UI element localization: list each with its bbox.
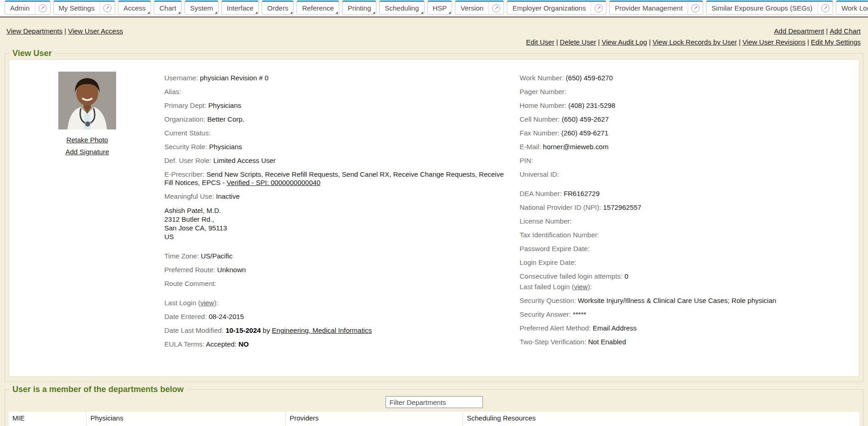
link-view-user-access[interactable]: View User Access	[68, 27, 123, 35]
tab-chart[interactable]: Chart	[154, 0, 182, 15]
external-link-icon[interactable]: ↗	[688, 2, 703, 14]
departments-table: MIEPhysiciansProvidersScheduling Resourc…	[9, 412, 859, 426]
inline-link[interactable]: Engineering, Medical Informatics	[272, 326, 372, 334]
field-row: DEA Number: FR6162729	[520, 190, 868, 198]
field-row: Route Comment:	[164, 280, 510, 288]
field-row: Two-Step Verification: Not Enabled	[520, 338, 868, 346]
user-fields-left-column: Username: physician Revision # 0Alias:Pr…	[164, 74, 510, 354]
filter-departments-input[interactable]	[386, 396, 483, 408]
tab-similar-exposure-groups-segs[interactable]: Similar Exposure Groups (SEGs)↗	[706, 0, 833, 15]
field-row: Date Last Modified: 10-15-2024 by Engine…	[164, 326, 510, 335]
separator: |	[62, 27, 68, 35]
dropdown-corner-icon	[421, 11, 423, 14]
field-label: Security Role:	[164, 143, 209, 151]
field-label: Pager Number:	[520, 88, 566, 95]
field-label: Primary Dept:	[164, 101, 208, 109]
field-value: (650) 459-6270	[566, 74, 613, 82]
field-row: Date Entered: 08-24-2015	[164, 313, 510, 321]
tab-version[interactable]: Version↗	[455, 0, 504, 15]
link-add-signature[interactable]: Add Signature	[57, 148, 118, 156]
tab-hsp[interactable]: HSP	[427, 0, 453, 15]
external-link-icon[interactable]: ↗	[100, 2, 115, 14]
field-row: Last Login (view):	[164, 299, 510, 307]
field-label: Security Answer:	[520, 310, 573, 318]
link-view-user-revisions[interactable]: View User Revisions	[742, 38, 805, 46]
inline-link[interactable]: view	[574, 283, 588, 291]
field-row: Universal ID:	[520, 170, 868, 179]
field-row: Security Question: Worksite Injury/Illne…	[520, 297, 868, 305]
field-label: Date Last Modified:	[164, 326, 225, 334]
tab-orders[interactable]: Orders	[262, 0, 294, 15]
tab-interface[interactable]: Interface	[221, 0, 259, 15]
view-user-page: Admin↗My Settings↗AccessChartSystemInter…	[0, 0, 868, 426]
field-label: Work Number:	[520, 74, 566, 82]
user-photo	[58, 72, 116, 129]
field-value: *****	[573, 310, 586, 318]
link-add-department[interactable]: Add Department	[774, 27, 824, 35]
field-label: Login Expire Date:	[520, 258, 576, 266]
field-label: E-Mail:	[520, 143, 543, 151]
right-links-row1: Add Department|Add Chart	[774, 27, 861, 35]
arrow-up-right-icon: ↗	[492, 4, 500, 12]
tab-printing[interactable]: Printing	[342, 0, 376, 15]
tab-system[interactable]: System	[185, 0, 218, 15]
field-value: FR6162729	[564, 190, 599, 197]
top-navigation-bar: Admin↗My Settings↗AccessChartSystemInter…	[0, 0, 868, 17]
tab-reference[interactable]: Reference	[297, 0, 339, 15]
tab-provider-management[interactable]: Provider Management↗	[609, 0, 703, 15]
link-edit-user[interactable]: Edit User	[526, 38, 554, 46]
field-row: Consecutive failed login attempts: 0	[520, 272, 868, 280]
field-value: (650) 459-2627	[562, 115, 609, 123]
tab-admin[interactable]: Admin↗	[5, 0, 50, 15]
field-value: Accepted:	[206, 340, 239, 348]
tab-label: Access	[118, 2, 151, 14]
field-row: Organization: Better Corp.	[164, 115, 510, 123]
inline-link[interactable]: view	[200, 299, 214, 307]
filter-wrap	[9, 396, 859, 408]
department-cell-providers: Providers	[286, 412, 463, 426]
tab-scheduling[interactable]: Scheduling	[379, 0, 424, 15]
field-row: Preferred Route: Unknown	[164, 266, 510, 274]
link-edit-my-settings[interactable]: Edit My Settings	[811, 38, 861, 46]
field-label: DEA Number:	[520, 190, 564, 197]
separator: |	[554, 38, 560, 46]
field-value: Unknown	[217, 266, 246, 274]
link-delete-user[interactable]: Delete User	[560, 38, 596, 46]
link-view-audit-log[interactable]: View Audit Log	[602, 38, 647, 46]
department-cell-scheduling-resources: Scheduling Resources	[463, 412, 859, 426]
department-cell-physicians: Physicians	[87, 412, 286, 426]
address-line: San Jose CA, 95113	[164, 224, 510, 232]
external-link-icon[interactable]: ↗	[488, 2, 504, 14]
field-value: NO	[238, 340, 249, 348]
field-row: Password Expire Date:	[520, 245, 868, 253]
field-label: Last Login (	[164, 299, 200, 307]
external-link-icon[interactable]: ↗	[818, 2, 833, 14]
field-row: Login Expire Date:	[520, 258, 868, 267]
external-link-icon[interactable]: ↗	[591, 2, 606, 14]
tab-employer-organizations[interactable]: Employer Organizations↗	[507, 0, 606, 15]
tab-label: Scheduling	[380, 2, 424, 14]
tab-my-settings[interactable]: My Settings↗	[53, 0, 115, 15]
tab-label: My Settings	[54, 2, 100, 14]
field-row: Preferred Alert Method: Email Address	[520, 324, 868, 332]
link-retake-photo[interactable]: Retake Photo	[57, 136, 118, 144]
field-row: Pager Number:	[520, 88, 868, 96]
field-label: Last failed Login (	[520, 283, 574, 291]
field-label: Home Number:	[520, 101, 568, 109]
user-fields-right-column: Work Number: (650) 459-6270Pager Number:…	[520, 74, 868, 352]
field-label: Date Entered:	[164, 313, 209, 320]
link-add-chart[interactable]: Add Chart	[829, 27, 861, 35]
dropdown-corner-icon	[215, 11, 217, 14]
link-view-lock-records-by-user[interactable]: View Lock Records by User	[653, 38, 737, 46]
separator: |	[647, 38, 653, 46]
external-link-icon[interactable]: ↗	[35, 2, 50, 14]
link-view-departments[interactable]: View Departments	[6, 27, 62, 35]
photo-column: Retake PhotoAdd Signature	[57, 72, 118, 156]
inline-link[interactable]: Verified - SPI: 0000000000040	[227, 179, 320, 186]
tab-work-locations[interactable]: Work Locations↗	[836, 0, 868, 15]
field-row: Security Answer: *****	[520, 310, 868, 319]
tab-access[interactable]: Access	[118, 0, 151, 15]
field-row: Primary Dept: Physicians	[164, 101, 510, 110]
dropdown-corner-icon	[448, 11, 451, 14]
tab-label: Printing	[342, 2, 376, 14]
